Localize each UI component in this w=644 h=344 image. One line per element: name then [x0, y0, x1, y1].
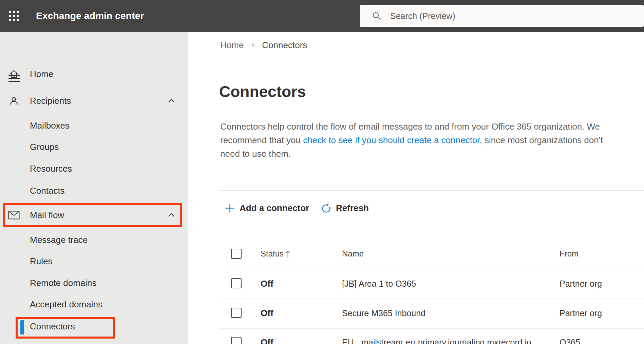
envelope-icon — [8, 209, 20, 221]
sidebar-item-mailboxes[interactable]: Mailboxes — [0, 116, 188, 135]
row-checkbox[interactable] — [231, 278, 242, 288]
row-checkbox[interactable] — [231, 308, 242, 318]
sidebar-item-groups[interactable]: Groups — [0, 137, 188, 156]
status-cell: Off — [261, 337, 273, 344]
name-cell[interactable]: Secure M365 Inbound — [342, 308, 425, 318]
chevron-up-icon[interactable] — [166, 210, 176, 220]
breadcrumb-current: Connectors — [262, 40, 307, 51]
from-cell: Partner org — [560, 308, 602, 318]
status-cell: Off — [261, 308, 273, 319]
create-connector-check-link[interactable]: check to see if you should create a conn… — [303, 135, 482, 145]
sidebar-item-home[interactable]: Home — [0, 64, 188, 83]
sidebar-item-remote-domains[interactable]: Remote domains — [0, 273, 188, 292]
sidebar-item-resources[interactable]: Resources — [0, 159, 188, 178]
sidebar-item-contacts[interactable]: Contacts — [0, 181, 188, 200]
column-header-name[interactable]: Name — [342, 249, 364, 259]
toolbar-top-divider — [220, 190, 644, 191]
select-all-checkbox[interactable] — [231, 249, 242, 259]
sidebar-item-message-trace[interactable]: Message trace — [0, 230, 188, 249]
description-line2-pre: recommend that you — [220, 135, 303, 145]
row-divider — [220, 328, 644, 329]
sidebar-item-rules[interactable]: Rules — [0, 252, 188, 271]
home-icon — [8, 68, 20, 80]
sort-ascending-icon[interactable] — [285, 249, 290, 261]
person-icon — [8, 95, 20, 107]
name-cell[interactable]: EU - mailstream-eu-primary.journaling.mx… — [342, 338, 531, 344]
from-cell: O365 — [560, 338, 580, 344]
column-header-status[interactable]: Status — [261, 249, 284, 259]
search-placeholder: Search (Preview) — [390, 11, 455, 21]
page-title: Connectors — [219, 82, 306, 101]
header-divider — [220, 269, 644, 269]
breadcrumb-chevron-icon — [250, 42, 256, 48]
sidebar-item-mail-flow[interactable]: Mail flow — [0, 206, 188, 225]
refresh-button[interactable]: Refresh — [321, 202, 369, 214]
add-connector-button[interactable]: Add a connector — [225, 202, 309, 214]
row-divider — [220, 299, 644, 299]
column-header-from[interactable]: From — [560, 249, 579, 259]
breadcrumb-home-link[interactable]: Home — [220, 40, 244, 51]
sidebar-item-connectors[interactable]: Connectors — [0, 317, 188, 336]
main-content: Home Connectors Connectors Connectors he… — [188, 32, 644, 344]
description-line1: Connectors help control the flow of emai… — [220, 121, 600, 132]
from-cell: Partner org — [560, 279, 602, 289]
description-line2-post: since most organizations don't — [482, 135, 603, 145]
plus-icon — [225, 203, 235, 213]
sidebar-item-accepted-domains[interactable]: Accepted domains — [0, 295, 188, 314]
exchange-admin-center-window: Exchange admin center Search (Preview) H… — [0, 0, 644, 344]
breadcrumb: Home Connectors — [220, 38, 307, 52]
search-input[interactable]: Search (Preview) — [360, 5, 644, 27]
search-icon — [372, 11, 381, 21]
chevron-up-icon[interactable] — [166, 96, 176, 106]
app-title: Exchange admin center — [36, 0, 144, 32]
top-app-bar: Exchange admin center Search (Preview) — [0, 0, 644, 32]
sidebar-item-recipients[interactable]: Recipients — [0, 91, 188, 110]
row-checkbox[interactable] — [231, 337, 242, 344]
status-cell: Off — [261, 279, 273, 289]
description-line3: need to use them. — [220, 149, 291, 159]
app-launcher-waffle-icon[interactable] — [8, 10, 20, 22]
page-description: Connectors help control the flow of emai… — [220, 120, 603, 160]
name-cell[interactable]: [JB] Area 1 to O365 — [342, 279, 416, 289]
refresh-icon — [321, 203, 332, 213]
